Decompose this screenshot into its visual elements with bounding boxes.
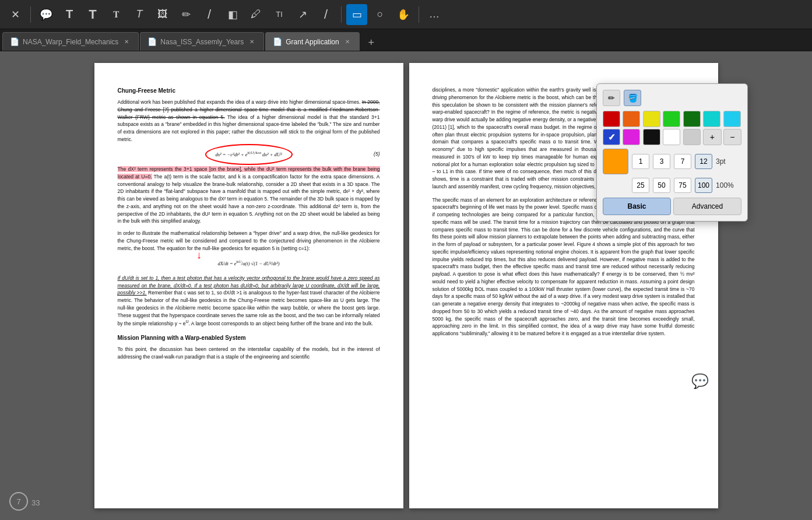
tab-label-1: NASA_Warp_Field_Mechanics [23, 38, 118, 46]
text3-tool-icon[interactable]: 𝐓 [106, 4, 126, 25]
highlight-tool-icon[interactable]: ◧ [222, 4, 243, 25]
sep1 [30, 6, 31, 23]
color-black[interactable] [643, 129, 660, 145]
color-empty1[interactable] [683, 129, 701, 145]
tab-doc-icon-3: 📄 [273, 37, 282, 46]
image-tool-icon[interactable]: 🖼 [152, 4, 173, 25]
cp-plus-btn[interactable]: + [703, 129, 721, 145]
close-icon[interactable]: ✕ [5, 4, 26, 25]
color-green-dark[interactable] [683, 111, 701, 127]
eq2-formula: dX/dt = ekU/a(t) √(1 − dU²/dt²) [217, 261, 279, 266]
tab-doc-icon-1: 📄 [10, 37, 19, 46]
tab-nasa-warp[interactable]: 📄 NASA_Warp_Field_Mechanics ✕ [2, 32, 139, 51]
text2-tool-icon[interactable]: T [82, 4, 103, 25]
cp-fill-icon[interactable]: 🪣 [624, 90, 641, 106]
left-para1: Additional work has been published that … [118, 99, 380, 143]
more-icon[interactable]: … [424, 4, 445, 25]
color-cyan[interactable] [723, 111, 741, 127]
cp-size-7[interactable]: 7 [674, 154, 691, 169]
circle-tool-icon[interactable]: ○ [370, 4, 391, 25]
color-magenta[interactable] [623, 129, 640, 145]
left-para3: In order to illustrate the mathematical … [118, 230, 380, 252]
rect-tool-icon[interactable]: ▭ [346, 4, 367, 25]
edit-tool-icon[interactable]: ✏ [175, 4, 196, 25]
pen-tool-icon[interactable]: 🖊 [245, 4, 266, 25]
page-count: 33 [31, 498, 40, 507]
eq1-formula: ds² = −c²dt² + ek|U|/k₀₀ dx² + dU² [216, 152, 282, 157]
cp-opacity-50[interactable]: 50 [653, 178, 670, 193]
tab-doc-icon-2: 📄 [147, 37, 157, 46]
cp-tab-basic[interactable]: Basic [603, 198, 671, 215]
page-number: 7 [16, 497, 20, 506]
equation-1: ds² = −c²dt² + ek|U|/k₀₀ dx² + dU² (5) [118, 150, 380, 159]
hand-tool-icon[interactable]: ✋ [393, 4, 414, 25]
left-para5: To this point, the discussion has been c… [118, 346, 380, 361]
cp-size-3[interactable]: 3 [653, 154, 670, 169]
line-tool-icon[interactable]: / [199, 4, 220, 25]
text-tool-icon[interactable]: T [59, 4, 80, 25]
cp-pen-icon[interactable]: ✏ [603, 90, 620, 106]
cp-opacity-25[interactable]: 25 [632, 178, 649, 193]
color-blue[interactable]: ✓ [603, 129, 620, 145]
sep2 [341, 6, 342, 23]
text4-tool-icon[interactable]: T [129, 4, 150, 25]
cp-top-icons: ✏ 🪣 [603, 90, 741, 106]
tab-label-2: Nasa_ISS_Assemly_Years [160, 38, 244, 46]
comment-tool-icon[interactable]: 💬 [36, 4, 57, 25]
color-picker-popup: ✏ 🪣 ✓ + − 1 3 7 12 3pt [596, 83, 748, 222]
color-green-light[interactable] [663, 111, 680, 127]
equation-2: dX/dt = ekU/a(t) √(1 − dU²/dt²) ↑ [118, 259, 380, 268]
left-para2: The dX² term represents the 3+1 space [o… [118, 166, 380, 225]
eq1-number: (5) [374, 150, 379, 158]
cp-mode-tabs: Basic Advanced [603, 198, 741, 215]
left-para1-start: Additional work has been published that … [118, 99, 362, 105]
cp-minus-btn[interactable]: − [723, 129, 741, 145]
comment-icon[interactable]: 💬 [691, 371, 709, 392]
tab-nasa-iss[interactable]: 📄 Nasa_ISS_Assemly_Years ✕ [140, 32, 264, 51]
slash-icon[interactable]: / [315, 4, 336, 25]
cp-opacity-row: 25 50 75 100 100% [632, 178, 741, 193]
sep3 [419, 6, 419, 23]
cp-opacity-pct: 100% [716, 181, 734, 189]
TI-tool-icon[interactable]: TI [269, 4, 290, 25]
tab-label-3: Grant Application [286, 38, 339, 46]
page-number-circle: 7 [9, 492, 28, 511]
main-toolbar: ✕ 💬 T T 𝐓 T 🖼 ✏ / ◧ 🖊 TI ↗ / ▭ ○ ✋ … [0, 0, 812, 29]
eq2-arrow: ↑ [196, 248, 202, 264]
color-orange[interactable] [623, 111, 640, 127]
tab-close-2[interactable]: ✕ [247, 37, 256, 46]
page-content-left: Chung-Freese Metric Additional work has … [118, 86, 380, 360]
cp-tab-advanced[interactable]: Advanced [673, 198, 741, 215]
left-para2-rest: The a(t) term is the scale factor, and k… [118, 174, 380, 224]
left-heading2: Mission Planning with a Warp-enabled Sys… [118, 333, 380, 342]
cp-preview-orange [603, 149, 628, 174]
arrow-right-icon[interactable]: ↗ [292, 4, 313, 25]
cp-size-1[interactable]: 1 [632, 154, 649, 169]
cp-opacity-75[interactable]: 75 [674, 178, 691, 193]
left-para4: If dU/dt is set to 1, then a test photon… [118, 275, 380, 328]
color-yellow[interactable] [643, 111, 660, 127]
tab-close-3[interactable]: ✕ [343, 37, 352, 46]
page-left: Chung-Freese Metric Additional work has … [94, 63, 403, 508]
tab-grant-application[interactable]: 📄 Grant Application ✕ [265, 32, 359, 51]
cp-size-row: 1 3 7 12 3pt [603, 149, 741, 174]
color-teal[interactable] [703, 111, 720, 127]
tab-close-1[interactable]: ✕ [122, 37, 131, 46]
left-para4-rest: Remember that c was set to 1, so dX/dt >… [118, 290, 380, 326]
cp-size-pt: 3pt [716, 157, 726, 166]
cp-opacity-100[interactable]: 100 [695, 178, 712, 193]
main-area: Chung-Freese Metric Additional work has … [0, 51, 812, 520]
tabs-bar: 📄 NASA_Warp_Field_Mechanics ✕ 📄 Nasa_ISS… [0, 29, 812, 51]
color-white[interactable] [663, 129, 680, 145]
color-red[interactable] [603, 111, 620, 127]
cp-colors-grid: ✓ + − [603, 111, 741, 145]
left-heading: Chung-Freese Metric [118, 86, 380, 95]
new-tab-button[interactable]: + [363, 34, 379, 51]
cp-size-12[interactable]: 12 [695, 154, 712, 169]
